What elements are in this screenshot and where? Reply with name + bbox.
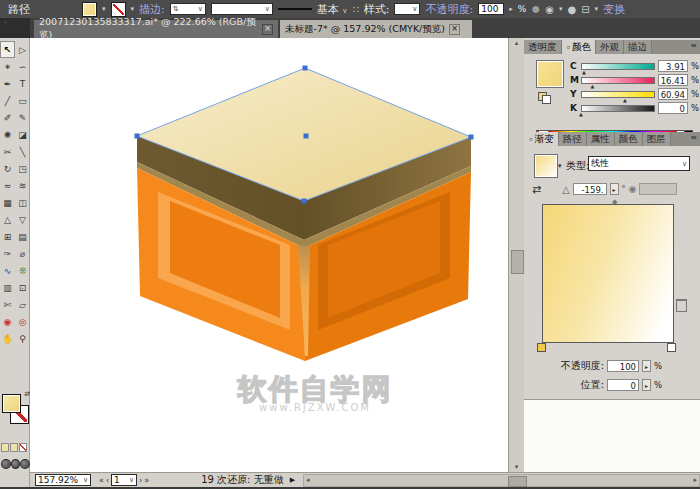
slice-tool[interactable]: ✄ (0, 296, 15, 313)
angle-stepper-icon[interactable]: ▸ (610, 183, 619, 195)
tab-color-2[interactable]: 颜色 (615, 132, 643, 146)
gradient-stop-left[interactable] (537, 343, 546, 352)
slice-selection-tool[interactable]: ▱ (15, 296, 30, 313)
artboard-chevron-icon[interactable]: ∨ (129, 476, 134, 484)
stroke-swatch[interactable] (111, 2, 126, 17)
mesh-tool[interactable]: ⊞ (0, 228, 15, 245)
paintbrush-tool[interactable]: ✐ (0, 109, 15, 126)
full-screen-mode-button[interactable] (20, 459, 30, 469)
type-tool[interactable]: T (15, 75, 30, 92)
brush-chevron-icon[interactable]: ∨ (342, 7, 347, 15)
select-similar-dropdown-icon[interactable]: ▾ (559, 5, 563, 13)
fill-swatch[interactable] (82, 2, 97, 17)
gradient-swatch-dropdown-icon[interactable]: ▾ (558, 162, 562, 170)
magenta-value[interactable]: 16.41 (658, 74, 688, 86)
black-slider[interactable]: ▲ (581, 105, 655, 112)
status-menu-arrow-icon[interactable]: ▶ (290, 476, 295, 484)
align-dropdown-icon[interactable]: ▾ (595, 5, 599, 13)
graphic-style-select[interactable]: ∨ (394, 3, 420, 15)
width-profile-chevron-icon[interactable]: ∨ (265, 5, 270, 13)
first-artboard-icon[interactable]: « (99, 476, 104, 485)
vertical-scrollbar[interactable]: ▴ ▾ (508, 38, 524, 472)
toolbar-grip[interactable]: ⁘ (0, 18, 30, 38)
magic-wand-tool[interactable]: ✶ (0, 58, 15, 75)
document-tab-1[interactable]: 20071230135833317.ai* @ 222.66% (RGB/预览)… (34, 20, 278, 38)
live-paint-selection-tool[interactable]: ◎ (15, 313, 30, 330)
anchor-left[interactable] (135, 134, 140, 139)
column-graph-tool[interactable]: ▥ (0, 279, 15, 296)
eraser-tool[interactable]: ◪ (15, 126, 30, 143)
tab-attributes[interactable]: 属性 (587, 132, 615, 146)
width-profile-select[interactable]: ∨ (211, 3, 273, 15)
horizontal-scroll-thumb[interactable] (508, 476, 527, 487)
zoom-level-select[interactable]: 157.92%∨ (35, 474, 91, 486)
pencil-tool[interactable]: ✎ (15, 109, 30, 126)
cyan-value[interactable]: 3.91 (658, 60, 688, 72)
eyedropper-tool[interactable]: ✑ (0, 245, 15, 262)
color-panel-menu-icon[interactable]: ≡ (687, 40, 700, 54)
delete-stop-icon[interactable] (676, 299, 687, 312)
recolor-artwork-icon[interactable]: ☸ (531, 4, 540, 15)
gradient-tool[interactable]: ▤ (15, 228, 30, 245)
gradient-stop-right[interactable] (667, 343, 676, 352)
draw-behind-button[interactable] (10, 443, 18, 452)
toolbar-fill-swatch[interactable] (2, 394, 21, 413)
opacity-label[interactable]: 不透明度: (425, 2, 473, 17)
tab-transparency[interactable]: 透明度 (524, 40, 562, 54)
normal-screen-mode-button[interactable] (1, 459, 11, 469)
gradient-type-select[interactable]: 线性∨ (588, 156, 690, 171)
shape-builder-tool[interactable]: ◫ (15, 194, 30, 211)
scale-tool[interactable]: ◳ (15, 160, 30, 177)
symbol-sprayer-tool[interactable]: ❊ (15, 262, 30, 279)
gradient-angle-input[interactable]: -159. (573, 183, 607, 195)
hand-tool[interactable]: ✋ (0, 330, 15, 347)
zoom-chevron-icon[interactable]: ∨ (83, 476, 88, 484)
stroke-weight-chevron-icon[interactable]: ∨ (198, 5, 203, 13)
black-value[interactable]: 0 (658, 102, 688, 114)
rectangle-tool[interactable]: ▭ (15, 92, 30, 109)
vertical-scroll-thumb[interactable] (511, 250, 524, 274)
anchor-top[interactable] (303, 66, 308, 71)
full-screen-menu-mode-button[interactable] (11, 459, 21, 469)
close-tab-1-icon[interactable]: × (262, 24, 273, 35)
last-artboard-icon[interactable]: » (144, 476, 149, 485)
prev-artboard-icon[interactable]: ‹ (106, 476, 109, 485)
tab-color-active[interactable]: ◦颜色 (562, 40, 597, 54)
tab-gradient-active[interactable]: ◦渐变 (524, 132, 559, 146)
draw-inside-button[interactable] (19, 443, 27, 452)
gradient-annotator-icon[interactable]: ◉ (629, 184, 637, 194)
tab-appearance[interactable]: 外观 (596, 40, 624, 54)
transform-link[interactable]: 变换 (603, 2, 625, 17)
yellow-slider[interactable]: ▲ (581, 91, 655, 98)
gradient-type-chevron-icon[interactable]: ∨ (682, 160, 687, 168)
selection-tool[interactable]: ↖ (0, 41, 15, 58)
live-paint-bucket-tool[interactable]: ◉ (0, 313, 15, 330)
artboard-number-select[interactable]: 1∨ (111, 474, 137, 486)
stroke-weight-select[interactable]: ⇅∨ (170, 3, 206, 15)
mini-fill-stroke-icon[interactable] (538, 92, 550, 102)
pen-tool[interactable]: ✒ (0, 75, 15, 92)
scroll-up-icon[interactable]: ▴ (509, 39, 524, 47)
draw-normal-button[interactable] (1, 443, 9, 452)
cyan-slider[interactable]: ▲ (581, 63, 655, 70)
measure-tool[interactable]: ⌀ (15, 245, 30, 262)
opacity-input[interactable]: 100 (478, 3, 504, 15)
brush-definition-select[interactable]: 基本 ∨ (317, 2, 348, 17)
zoom-tool[interactable]: ⚲ (15, 330, 30, 347)
scroll-down-icon[interactable]: ▾ (509, 463, 524, 471)
next-artboard-icon[interactable]: › (139, 476, 142, 485)
sphere-icon[interactable]: ● (567, 4, 576, 15)
blob-brush-tool[interactable]: ✺ (0, 126, 15, 143)
knife-tool[interactable]: ╲ (15, 143, 30, 160)
rotate-tool[interactable]: ↻ (0, 160, 15, 177)
stroke-weight-stepper-icon[interactable]: ⇅ (173, 5, 179, 13)
stroke-dropdown-icon[interactable]: ▾ (131, 5, 135, 13)
blend-tool[interactable]: ∿ (0, 262, 15, 279)
reverse-gradient-icon[interactable]: ⇄ (532, 183, 541, 196)
gradient-panel-menu-icon[interactable]: ≡ (687, 132, 700, 146)
stroke-style-preview[interactable] (278, 8, 312, 10)
anchor-center[interactable] (304, 134, 309, 139)
align-icon[interactable]: ⊟ (581, 4, 589, 15)
scissors-tool[interactable]: ✂ (0, 143, 15, 160)
opacity-stepper-icon[interactable]: ▸ (509, 5, 513, 13)
